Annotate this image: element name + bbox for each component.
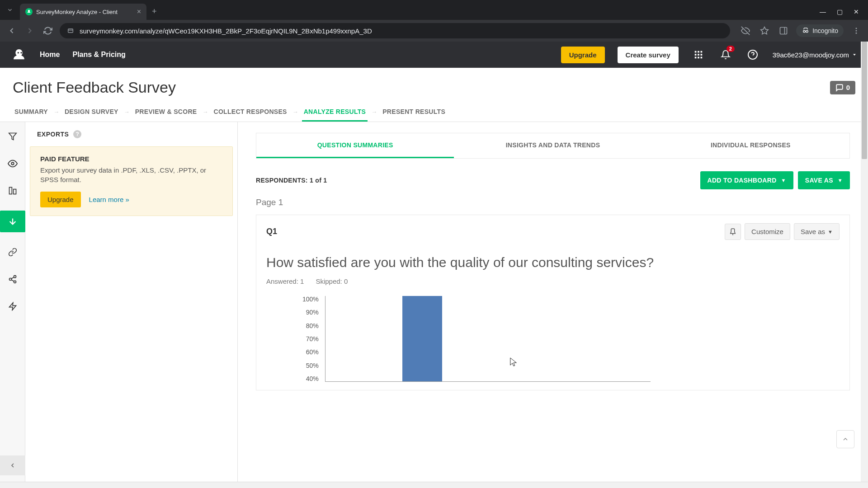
workflow-tabs: SUMMARY → DESIGN SURVEY → PREVIEW & SCOR… [0,102,868,122]
scroll-to-top-button[interactable] [836,430,854,448]
bolt-icon[interactable] [5,299,20,314]
eye-icon[interactable] [5,156,20,171]
tab-design-survey[interactable]: DESIGN SURVEY [63,102,120,122]
close-window-icon[interactable]: ✕ [854,8,859,15]
svg-rect-0 [68,29,73,33]
bookmark-star-icon[interactable] [758,24,771,37]
y-tick: 90% [306,309,319,315]
tab-question-summaries[interactable]: QUESTION SUMMARIES [256,133,454,158]
exports-panel: EXPORTS ? PAID FEATURE Export your surve… [25,122,238,484]
incognito-label: Incognito [812,27,838,34]
customize-button[interactable]: Customize [745,223,790,240]
chart-bar[interactable] [402,296,442,381]
svg-point-27 [14,276,16,278]
svg-rect-24 [9,188,12,194]
new-tab-button[interactable]: + [152,7,157,16]
tab-present-results[interactable]: PRESENT RESULTS [381,102,447,122]
svg-point-23 [11,162,14,165]
arrow-icon: → [202,108,208,115]
create-survey-button[interactable]: Create survey [618,47,679,63]
tab-preview-score[interactable]: PREVIEW & SCORE [133,102,199,122]
scrollbar-thumb[interactable] [862,42,867,159]
main-content: EXPORTS ? PAID FEATURE Export your surve… [0,122,868,484]
tab-title: SurveyMonkey Analyze - Client [36,9,133,15]
tab-individual-responses[interactable]: INDIVIDUAL RESPONSES [652,133,849,158]
nav-home[interactable]: Home [40,51,60,59]
arrow-icon: → [53,108,59,115]
paid-feature-description: Export your survey data in .PDF, .XLS, .… [40,165,222,184]
chevron-down-icon: ▼ [828,229,833,235]
exports-help-icon[interactable]: ? [73,130,81,138]
upgrade-small-button[interactable]: Upgrade [40,192,81,207]
comments-button[interactable]: 0 [830,81,855,94]
svg-marker-21 [853,54,856,56]
filter-icon[interactable] [5,129,20,144]
tab-analyze-results[interactable]: ANALYZE RESULTS [302,102,368,122]
save-as-button[interactable]: SAVE AS ▼ [798,171,850,189]
tab-collect-responses[interactable]: COLLECT RESPONSES [212,102,288,122]
tab-summary[interactable]: SUMMARY [13,102,50,122]
survey-title-bar: Client Feedback Survey 0 [0,68,868,102]
site-info-icon[interactable] [66,26,75,35]
notifications-bell-icon[interactable]: 2 [718,47,733,62]
favicon-icon [25,8,33,15]
side-panel-icon[interactable] [777,24,790,37]
browser-tab-strip: SurveyMonkey Analyze - Client × + — ▢ ✕ [0,0,868,20]
svg-point-6 [803,30,806,33]
minimize-icon[interactable]: — [820,8,826,15]
eye-off-icon[interactable] [739,24,752,37]
user-email: 39ac6e23@moodjoy.com [773,51,849,59]
url-text: surveymonkey.com/analyze/qWCeo19KXH3HB_2… [80,27,372,35]
chevron-down-icon: ▼ [781,178,786,183]
collapse-rail-icon[interactable] [0,455,25,475]
benchmark-icon[interactable] [5,183,20,198]
svg-rect-15 [698,54,699,56]
apps-grid-icon[interactable] [691,47,706,62]
question-number: Q1 [266,227,277,236]
horizontal-scrollbar[interactable] [0,482,868,488]
vertical-scrollbar[interactable] [861,42,868,482]
menu-dots-icon[interactable] [850,24,863,37]
help-icon[interactable] [745,47,760,62]
question-save-as-button[interactable]: Save as ▼ [794,223,840,240]
upgrade-button[interactable]: Upgrade [561,47,605,63]
surveymonkey-logo-icon[interactable] [11,47,27,63]
user-menu[interactable]: 39ac6e23@moodjoy.com [773,51,857,59]
tab-close-icon[interactable]: × [137,8,141,16]
link-icon[interactable] [5,245,20,259]
y-tick: 60% [306,349,319,355]
share-icon[interactable] [5,272,20,286]
svg-point-29 [14,281,16,283]
address-bar[interactable]: surveymonkey.com/analyze/qWCeo19KXH3HB_2… [60,23,730,38]
svg-point-9 [856,30,857,32]
chart-y-axis: 100% 90% 80% 70% 60% 50% 40% [302,296,319,382]
browser-tab[interactable]: SurveyMonkey Analyze - Client × [20,4,146,20]
result-tabs: QUESTION SUMMARIES INSIGHTS AND DATA TRE… [256,133,850,159]
nav-plans-pricing[interactable]: Plans & Pricing [72,51,125,59]
svg-point-7 [806,30,808,33]
add-to-dashboard-button[interactable]: ADD TO DASHBOARD ▼ [700,171,793,189]
svg-point-28 [9,278,11,281]
svg-line-31 [11,277,14,278]
comment-icon [835,84,844,92]
chart-plot-area [325,296,651,382]
exports-header: EXPORTS ? [25,122,237,146]
learn-more-link[interactable]: Learn more » [89,196,129,203]
svg-rect-11 [695,51,697,53]
tab-search-dropdown[interactable] [4,4,16,16]
arrow-icon: → [371,108,377,115]
app-header: Home Plans & Pricing Upgrade Create surv… [0,42,868,68]
results-toolbar: RESPONDENTS: 1 of 1 ADD TO DASHBOARD ▼ S… [256,171,850,189]
export-download-icon[interactable] [0,211,25,232]
page-label: Page 1 [256,197,850,207]
reload-icon[interactable] [42,24,54,37]
results-content: QUESTION SUMMARIES INSIGHTS AND DATA TRE… [238,122,868,484]
svg-rect-25 [13,189,16,194]
tab-insights-trends[interactable]: INSIGHTS AND DATA TRENDS [454,133,651,158]
pin-icon[interactable] [725,224,741,240]
maximize-icon[interactable]: ▢ [837,8,843,15]
svg-rect-14 [695,54,697,56]
forward-icon[interactable] [24,24,36,37]
incognito-badge[interactable]: Incognito [796,24,844,37]
back-icon[interactable] [5,24,18,37]
